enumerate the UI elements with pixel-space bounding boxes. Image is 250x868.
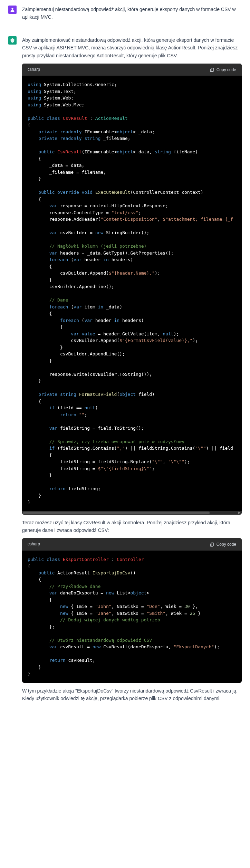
code-header: csharp Copy code — [22, 538, 242, 550]
code-content: public class EksportController : Control… — [28, 556, 236, 677]
mid-text: Teraz możesz użyć tej klasy CsvResult w … — [22, 519, 242, 534]
intro-text: Aby zaimplementować niestandardową odpow… — [22, 36, 242, 59]
horizontal-scrollbar[interactable]: ◀ ▶ — [22, 511, 242, 515]
user-content: Zaimplementuj niestandardową odpowiedź a… — [22, 6, 242, 25]
code-lang: csharp — [28, 66, 40, 73]
user-message: Zaimplementuj niestandardową odpowiedź a… — [0, 0, 250, 31]
code-body[interactable]: using System.Collections.Generic; using … — [22, 76, 242, 511]
copy-button[interactable]: Copy code — [210, 542, 236, 547]
person-icon — [10, 7, 15, 12]
svg-point-0 — [11, 8, 13, 10]
code-block-1: csharp Copy code using System.Collection… — [22, 64, 242, 515]
scrollbar-thumb[interactable] — [23, 512, 210, 514]
clipboard-icon — [210, 542, 214, 547]
clipboard-icon — [210, 67, 214, 72]
outro-text: W tym przykładzie akcja "EksportujDoCsv"… — [22, 687, 242, 703]
user-prompt: Zaimplementuj niestandardową odpowiedź a… — [22, 6, 242, 21]
assistant-avatar — [8, 36, 17, 45]
scroll-right-icon[interactable]: ▶ — [237, 510, 242, 514]
code-body[interactable]: public class EksportController : Control… — [22, 551, 242, 683]
svg-rect-1 — [211, 68, 213, 71]
code-lang: csharp — [28, 541, 40, 547]
code-header: csharp Copy code — [22, 64, 242, 76]
code-content: using System.Collections.Generic; using … — [28, 81, 236, 506]
bot-icon — [10, 38, 15, 43]
svg-rect-2 — [211, 543, 213, 546]
assistant-content: Aby zaimplementować niestandardową odpow… — [22, 36, 242, 707]
user-avatar — [8, 6, 17, 14]
assistant-message: Aby zaimplementować niestandardową odpow… — [0, 31, 250, 712]
copy-button[interactable]: Copy code — [210, 67, 236, 72]
code-block-2: csharp Copy code public class EksportCon… — [22, 538, 242, 683]
